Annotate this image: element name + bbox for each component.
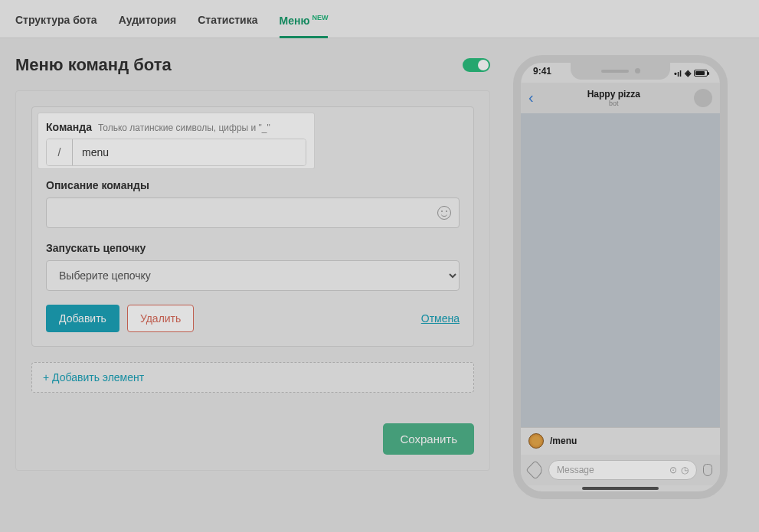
sticker-icon[interactable]: ⊙ [669, 465, 677, 475]
command-hint: Только латинские символы, цифры и "_" [98, 122, 270, 133]
timer-icon[interactable]: ◷ [681, 465, 689, 475]
phone-notch [571, 63, 670, 80]
save-button[interactable]: Сохранить [383, 423, 474, 455]
command-highlight: Команда Только латинские символы, цифры … [38, 113, 314, 168]
chain-label: Запускать цепочку [46, 242, 460, 254]
message-placeholder: Message [557, 465, 594, 475]
add-button[interactable]: Добавить [46, 305, 119, 332]
message-input[interactable]: Message ⊙ ◷ [548, 460, 697, 480]
cancel-link[interactable]: Отмена [421, 312, 460, 325]
menu-command-bar[interactable]: /menu [521, 427, 720, 455]
pizza-icon [528, 433, 544, 449]
tab-audience[interactable]: Аудитория [119, 14, 177, 38]
wifi-icon: ◈ [685, 68, 691, 78]
phone-input-bar: Message ⊙ ◷ [521, 455, 720, 485]
phone-chat-subtitle: bot [534, 100, 694, 107]
battery-icon [694, 70, 708, 77]
menu-card: Команда Только латинские символы, цифры … [15, 90, 490, 471]
description-label: Описание команды [46, 179, 460, 191]
phone-header: ‹ Happy pizza bot [521, 83, 720, 113]
back-icon[interactable]: ‹ [528, 89, 534, 106]
tab-menu-label: Меню [280, 15, 310, 27]
emoji-icon[interactable] [437, 206, 451, 220]
tabs-nav: Структура бота Аудитория Статистика Меню… [0, 0, 759, 38]
home-indicator [582, 487, 659, 490]
phone-status-icons: •ıl ◈ [674, 66, 708, 81]
chain-select[interactable]: Выберите цепочку [46, 260, 460, 291]
menu-toggle[interactable] [463, 58, 490, 72]
command-card: Команда Только латинские символы, цифры … [31, 106, 474, 347]
page-title: Меню команд бота [15, 55, 172, 75]
command-input[interactable] [73, 139, 306, 165]
chat-area [521, 113, 720, 455]
mic-icon[interactable] [703, 464, 712, 476]
menu-command-text: /menu [550, 436, 577, 446]
phone-time: 9:41 [533, 66, 551, 81]
delete-button[interactable]: Удалить [127, 305, 194, 332]
avatar[interactable] [694, 89, 712, 107]
tab-stats[interactable]: Статистика [198, 14, 257, 38]
phone-preview: 9:41 •ıl ◈ ‹ Happy pizza bot /menu [513, 55, 728, 499]
tab-menu[interactable]: МенюNEW [280, 14, 329, 38]
slash-prefix: / [47, 139, 73, 165]
add-element-button[interactable]: + Добавить элемент [31, 362, 474, 393]
attach-icon[interactable] [525, 460, 545, 479]
command-label: Команда Только латинские символы, цифры … [46, 121, 306, 133]
description-input[interactable] [47, 198, 437, 227]
phone-chat-title: Happy pizza [534, 89, 694, 100]
tab-structure[interactable]: Структура бота [15, 14, 97, 38]
signal-icon: •ıl [674, 69, 682, 78]
new-badge: NEW [312, 14, 328, 21]
